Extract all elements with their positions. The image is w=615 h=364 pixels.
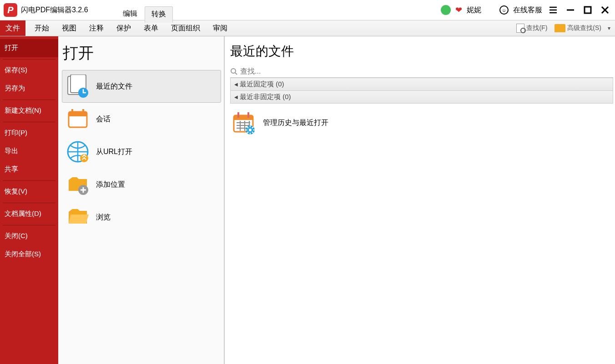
open-item-add-location[interactable]: 添加位置 <box>62 168 221 201</box>
svg-point-11 <box>231 69 236 73</box>
svg-point-17 <box>249 129 252 131</box>
tab-annot[interactable]: 注释 <box>89 24 104 33</box>
wechat-icon[interactable] <box>441 5 451 15</box>
recent-files-icon <box>66 75 90 98</box>
svg-rect-15 <box>247 112 249 118</box>
calendar-gear-icon <box>231 110 257 135</box>
mode-tabs: 编辑 转换 <box>116 6 173 23</box>
recent-files-panel: 最近的文件 ◀ 最近固定项 (0) ◀ 最近非固定项 (0) <box>225 36 615 364</box>
svg-rect-6 <box>71 109 73 114</box>
tab-forms[interactable]: 表单 <box>144 24 158 33</box>
collapse-icon: ◀ <box>234 82 238 87</box>
tab-view[interactable]: 视图 <box>62 24 76 33</box>
open-item-label: 从URL打开 <box>96 147 132 157</box>
svg-rect-0 <box>585 7 591 13</box>
manage-history-button[interactable]: 管理历史与最近打开 <box>230 104 613 142</box>
group-pinned[interactable]: ◀ 最近固定项 (0) <box>230 78 613 91</box>
sidebar-item-close-all[interactable]: 关闭全部(S) <box>0 245 58 264</box>
sidebar-item-open[interactable]: 打开 <box>0 39 58 57</box>
globe-icon <box>66 140 90 164</box>
recent-search-input[interactable] <box>240 67 613 75</box>
group-unpinned[interactable]: ◀ 最近非固定项 (0) <box>230 91 613 104</box>
mode-tab-convert[interactable]: 转换 <box>145 6 173 23</box>
sidebar-item-close[interactable]: 关闭(C) <box>0 227 58 245</box>
find-button[interactable]: 查找(F) <box>514 23 550 34</box>
file-tab[interactable]: 文件 <box>0 20 25 36</box>
open-item-from-url[interactable]: 从URL打开 <box>62 135 221 168</box>
sidebar-item-new-doc[interactable]: 新建文档(N) <box>0 102 58 120</box>
tab-pages[interactable]: 页面组织 <box>171 24 200 33</box>
open-item-browse[interactable]: 浏览 <box>62 201 221 234</box>
svg-rect-7 <box>82 109 84 114</box>
folder-search-icon <box>555 24 565 32</box>
sidebar-item-print[interactable]: 打印(P) <box>0 124 58 142</box>
heart-icon[interactable]: ❤ <box>455 5 462 15</box>
svg-rect-13 <box>234 115 253 120</box>
collapse-icon: ◀ <box>234 95 238 100</box>
chevron-down-icon[interactable]: ▾ <box>606 25 612 31</box>
user-name[interactable]: 妮妮 <box>467 5 481 15</box>
advanced-find-label: 高级查找(S) <box>567 24 601 32</box>
title-bar: P 闪电PDF编辑器3.2.6 编辑 转换 ❤ 妮妮 ☺ 在线客服 <box>0 0 615 20</box>
sidebar-item-props[interactable]: 文档属性(D) <box>0 205 58 223</box>
open-item-label: 最近的文件 <box>96 82 132 91</box>
sidebar-item-export[interactable]: 导出 <box>0 142 58 160</box>
open-item-label: 会话 <box>96 115 111 124</box>
sessions-icon <box>66 107 90 131</box>
open-item-sessions[interactable]: 会话 <box>62 103 221 135</box>
close-button[interactable] <box>599 4 611 16</box>
menu-icon[interactable] <box>547 4 560 16</box>
group-label: 最近非固定项 (0) <box>240 93 291 101</box>
sidebar-item-share[interactable]: 共享 <box>0 160 58 179</box>
file-menu-sidebar: 打开 保存(S) 另存为 新建文档(N) 打印(P) 导出 共享 恢复(V) 文… <box>0 36 58 364</box>
add-location-icon <box>66 173 90 196</box>
minimize-button[interactable] <box>564 4 577 16</box>
customer-service-link[interactable]: 在线客服 <box>513 5 542 15</box>
recent-search[interactable] <box>230 67 613 78</box>
mode-tab-edit[interactable]: 编辑 <box>116 6 144 23</box>
open-item-label: 添加位置 <box>96 180 125 189</box>
tab-protect[interactable]: 保护 <box>116 24 131 33</box>
open-panel: 打开 最近的文件 会话 <box>58 36 225 364</box>
manage-history-label: 管理历史与最近打开 <box>263 118 328 128</box>
find-icon <box>516 24 524 33</box>
folder-open-icon <box>66 205 90 229</box>
recent-title: 最近的文件 <box>230 41 613 67</box>
search-icon <box>230 68 237 75</box>
app-title: 闪电PDF编辑器3.2.6 <box>21 5 88 15</box>
maximize-button[interactable] <box>581 4 594 16</box>
open-item-recent-files[interactable]: 最近的文件 <box>62 70 221 103</box>
sidebar-item-save[interactable]: 保存(S) <box>0 61 58 80</box>
tab-review[interactable]: 审阅 <box>213 24 227 33</box>
svg-rect-14 <box>237 112 239 118</box>
open-panel-title: 打开 <box>62 41 221 70</box>
advanced-find-button[interactable]: 高级查找(S) <box>552 23 604 33</box>
open-item-label: 浏览 <box>96 213 111 222</box>
find-label: 查找(F) <box>526 24 547 32</box>
app-logo: P <box>4 3 17 17</box>
group-label: 最近固定项 (0) <box>240 80 284 89</box>
tab-start[interactable]: 开始 <box>35 24 49 33</box>
sidebar-item-recover[interactable]: 恢复(V) <box>0 183 58 201</box>
sidebar-item-save-as[interactable]: 另存为 <box>0 80 58 98</box>
ribbon-toolbar: 文件 开始 视图 注释 保护 表单 页面组织 审阅 查找(F) 高级查找(S) … <box>0 20 615 36</box>
smile-icon: ☺ <box>499 5 509 15</box>
